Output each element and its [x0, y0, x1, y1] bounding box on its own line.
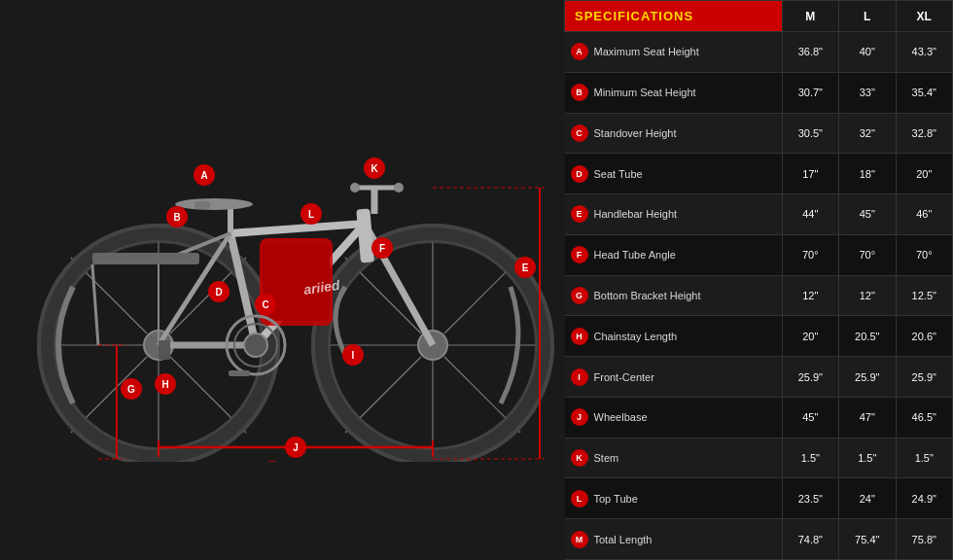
- spec-name-text: Bottom Bracket Height: [594, 290, 701, 301]
- table-row: DSeat Tube17"18"20": [565, 154, 953, 194]
- value-l: 18": [839, 154, 896, 194]
- value-m: 45": [782, 397, 838, 438]
- table-row: LTop Tube23.5"24"24.9": [565, 478, 953, 519]
- spec-name-cell: EHandlebar Height: [565, 194, 783, 235]
- value-m: 12": [782, 275, 838, 316]
- value-m: 23.5": [782, 478, 838, 519]
- value-xl: 70°: [896, 234, 952, 275]
- spec-name-text: Seat Tube: [594, 168, 643, 180]
- svg-point-45: [350, 183, 360, 192]
- spec-name-cell: JWheelbase: [565, 397, 783, 438]
- specs-header: SPECIFICATIONS: [565, 1, 783, 32]
- spec-name-text: Chainstay Length: [594, 331, 678, 342]
- svg-rect-51: [92, 253, 199, 264]
- spec-name-text: Handlebar Height: [594, 208, 678, 220]
- spec-name-text: Total Length: [594, 534, 653, 545]
- spec-name-cell: KStem: [565, 438, 783, 478]
- table-row: CStandover Height30.5"32"32.8": [565, 113, 953, 154]
- svg-rect-54: [229, 370, 250, 376]
- svg-rect-55: [159, 340, 170, 360]
- spec-name-text: Maximum Seat Height: [594, 46, 699, 57]
- value-l: 20.5": [839, 316, 896, 357]
- spec-dot-g: G: [571, 287, 588, 304]
- spec-name-text: Top Tube: [594, 493, 638, 505]
- value-xl: 12.5": [896, 275, 952, 316]
- spec-name-cell: CStandover Height: [565, 113, 783, 154]
- value-m: 36.8": [782, 32, 838, 73]
- svg-text:G: G: [127, 384, 135, 395]
- svg-text:F: F: [379, 243, 385, 254]
- value-l: 45": [839, 194, 896, 235]
- spec-dot-k: K: [571, 449, 588, 467]
- value-l: 47": [839, 397, 896, 438]
- spec-dot-l: L: [571, 490, 588, 508]
- value-m: 20": [782, 316, 838, 357]
- spec-name-cell: GBottom Bracket Height: [565, 275, 783, 316]
- spec-dot-h: H: [571, 328, 588, 345]
- spec-name-cell: MTotal Length: [565, 519, 783, 560]
- svg-text:A: A: [200, 170, 207, 181]
- spec-name-cell: DSeat Tube: [565, 154, 783, 194]
- value-xl: 75.8": [896, 519, 952, 560]
- spec-dot-j: J: [571, 408, 588, 426]
- value-xl: 25.9": [896, 357, 952, 398]
- spec-name-text: Minimum Seat Height: [594, 87, 696, 98]
- spec-dot-a: A: [571, 43, 588, 60]
- value-xl: 32.8": [896, 113, 952, 154]
- svg-text:E: E: [522, 262, 529, 273]
- table-row: MTotal Length74.8"75.4"75.8": [565, 519, 953, 560]
- spec-name-cell: FHead Tube Angle: [565, 234, 783, 275]
- value-xl: 24.9": [896, 478, 952, 519]
- table-row: BMinimum Seat Height30.7"33"35.4": [565, 72, 953, 113]
- spec-dot-e: E: [571, 205, 588, 223]
- svg-text:J: J: [293, 442, 299, 453]
- value-xl: 43.3": [896, 32, 952, 73]
- svg-point-39: [175, 198, 253, 210]
- spec-name-text: Head Tube Angle: [594, 249, 676, 261]
- value-xl: 46.5": [896, 397, 952, 438]
- spec-name-text: Stem: [594, 452, 619, 464]
- value-xl: 20.6": [896, 316, 952, 357]
- value-m: 17": [782, 154, 838, 194]
- value-m: 74.8": [782, 519, 838, 560]
- table-row: EHandlebar Height44"45"46": [565, 194, 953, 235]
- spec-name-cell: IFront-Center: [565, 357, 783, 398]
- specs-panel: SPECIFICATIONS M L XL AMaximum Seat Heig…: [564, 0, 953, 560]
- value-m: 44": [782, 194, 838, 235]
- col-l-header: L: [839, 1, 896, 32]
- col-m-header: M: [782, 1, 838, 32]
- bike-panel: A B C D E F G H I: [0, 0, 564, 560]
- svg-text:H: H: [161, 379, 168, 390]
- svg-text:I: I: [352, 350, 355, 361]
- value-m: 30.5": [782, 113, 838, 154]
- table-row: AMaximum Seat Height36.8"40"43.3": [565, 32, 953, 73]
- table-row: HChainstay Length20"20.5"20.6": [565, 316, 953, 357]
- spec-name-text: Wheelbase: [594, 411, 648, 423]
- spec-name-text: Standover Height: [594, 127, 677, 139]
- specs-table: SPECIFICATIONS M L XL AMaximum Seat Heig…: [564, 0, 953, 560]
- value-l: 70°: [839, 234, 896, 275]
- spec-name-cell: LTop Tube: [565, 478, 783, 519]
- value-l: 12": [839, 275, 896, 316]
- spec-name-cell: BMinimum Seat Height: [565, 72, 783, 113]
- svg-point-46: [394, 183, 404, 192]
- table-row: JWheelbase45"47"46.5": [565, 397, 953, 438]
- spec-dot-d: D: [571, 165, 588, 183]
- spec-dot-c: C: [571, 124, 588, 142]
- value-l: 25.9": [839, 357, 896, 398]
- value-m: 70°: [782, 234, 838, 275]
- spec-dot-i: I: [571, 368, 588, 386]
- value-l: 33": [839, 72, 896, 113]
- col-xl-header: XL: [896, 1, 952, 32]
- value-m: 25.9": [782, 357, 838, 398]
- svg-point-47: [244, 333, 267, 357]
- table-row: FHead Tube Angle70°70°70°: [565, 234, 953, 275]
- spec-dot-b: B: [571, 84, 588, 101]
- spec-name-cell: HChainstay Length: [565, 316, 783, 357]
- value-l: 75.4": [839, 519, 896, 560]
- svg-text:B: B: [173, 212, 180, 223]
- spec-name-cell: AMaximum Seat Height: [565, 32, 783, 73]
- value-l: 32": [839, 113, 896, 154]
- value-xl: 1.5": [896, 438, 952, 478]
- bike-diagram: A B C D E F G H I: [15, 44, 554, 452]
